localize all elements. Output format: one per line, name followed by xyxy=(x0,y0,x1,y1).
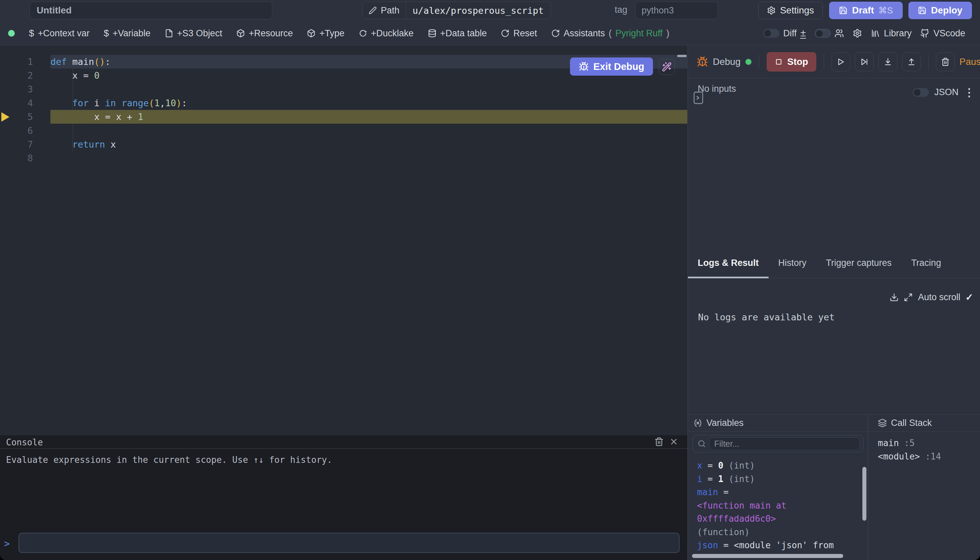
variables-horizontal-scrollbar[interactable] xyxy=(692,554,843,558)
variable-entry[interactable]: i = 1 (int) xyxy=(697,473,855,486)
kebab-menu-icon[interactable]: ⋮ xyxy=(964,87,975,97)
call-stack-title: Call Stack xyxy=(891,418,932,428)
deploy-button[interactable]: Deploy xyxy=(908,2,972,19)
console-hint: Evaluate expressions in the current scop… xyxy=(6,455,333,465)
library-label: Library xyxy=(884,28,912,39)
gear-icon xyxy=(767,6,776,15)
trash-icon[interactable] xyxy=(654,437,664,448)
add-type-button[interactable]: +Type xyxy=(307,28,344,39)
script-name-input[interactable] xyxy=(30,2,272,19)
code-editor[interactable]: 1def main():2 x = 034 for i in range(1,1… xyxy=(0,45,687,435)
expand-icon[interactable] xyxy=(904,293,913,302)
collab-toggle[interactable] xyxy=(815,29,831,38)
code-line[interactable]: 5 x = x + 1 xyxy=(0,110,687,124)
stop-square-icon xyxy=(775,58,783,66)
code-line[interactable]: 4 for i in range(1,10): xyxy=(0,96,687,110)
line-number[interactable]: 2 xyxy=(0,70,50,81)
code-text[interactable]: return x xyxy=(50,137,687,151)
file-icon xyxy=(165,29,173,38)
tag-input[interactable] xyxy=(635,2,718,19)
code-token: def xyxy=(50,57,67,67)
line-number[interactable]: 4 xyxy=(0,98,50,108)
save-icon xyxy=(839,6,848,15)
step-over-button[interactable] xyxy=(855,52,874,71)
continue-button[interactable] xyxy=(832,52,850,71)
editor-settings-gear-icon[interactable] xyxy=(853,28,862,38)
tab-history[interactable]: History xyxy=(769,248,816,278)
separator xyxy=(928,55,928,69)
add-resource-button[interactable]: +Resource xyxy=(236,28,293,39)
library-button[interactable]: Library xyxy=(871,28,912,39)
variables-vertical-scrollbar[interactable] xyxy=(862,467,867,521)
top-bar: Path u/alex/prosperous_script tag Settin… xyxy=(0,0,980,22)
reset-button[interactable]: Reset xyxy=(501,28,537,39)
tab-trigger-captures[interactable]: Trigger captures xyxy=(816,248,902,278)
line-number[interactable]: 1 xyxy=(0,57,50,67)
code-text[interactable] xyxy=(50,124,687,137)
stop-label: Stop xyxy=(787,57,808,67)
diff-icon[interactable]: ± xyxy=(800,28,805,39)
code-line[interactable]: 8 xyxy=(0,151,687,165)
add-s3-object-button[interactable]: +S3 Object xyxy=(165,28,222,39)
variables-filter-input[interactable] xyxy=(709,437,860,450)
diff-toggle-group: Diff ± xyxy=(763,28,805,39)
download-icon[interactable] xyxy=(890,293,898,302)
ai-wand-button[interactable] xyxy=(659,59,675,75)
add-variable-button[interactable]: $ +Variable xyxy=(103,28,150,39)
variable-entry[interactable]: x = 0 (int) xyxy=(697,459,855,473)
step-out-button[interactable] xyxy=(902,52,921,71)
check-icon[interactable]: ✓ xyxy=(965,292,973,303)
clear-button[interactable] xyxy=(936,52,955,71)
variable-entry[interactable]: main = <function main at 0xffffadadd6c0>… xyxy=(697,486,855,539)
github-icon xyxy=(920,28,930,38)
users-icon[interactable] xyxy=(834,28,844,38)
code-text[interactable] xyxy=(50,82,687,96)
variable-entry[interactable]: json = <module 'json' from xyxy=(697,539,855,552)
step-into-button[interactable] xyxy=(879,52,897,71)
tab-tracing[interactable]: Tracing xyxy=(901,248,951,278)
call-stack-frame[interactable]: <module> :14 xyxy=(878,450,980,463)
line-number[interactable]: 3 xyxy=(0,84,50,95)
tag-label: tag xyxy=(615,5,627,15)
json-toggle[interactable] xyxy=(913,88,929,97)
add-variable-label: +Variable xyxy=(113,28,151,39)
variable-value: 1 xyxy=(718,474,724,484)
path-value[interactable]: u/alex/prosperous_script xyxy=(406,5,551,16)
draft-button[interactable]: Draft ⌘S xyxy=(829,2,903,19)
variable-type: (function) xyxy=(697,527,750,537)
close-icon[interactable] xyxy=(669,437,679,448)
line-number[interactable]: 6 xyxy=(0,125,50,136)
no-inputs-text: No inputs xyxy=(698,84,736,94)
add-type-label: +Type xyxy=(319,28,344,39)
variable-plain: = xyxy=(718,540,734,550)
settings-button[interactable]: Settings xyxy=(758,2,823,19)
code-token: range xyxy=(121,98,148,108)
tab-logs-result[interactable]: Logs & Result xyxy=(688,248,769,278)
code-line[interactable]: 7 return x xyxy=(0,137,687,151)
line-number[interactable]: 7 xyxy=(0,139,50,150)
save-icon xyxy=(918,6,927,15)
add-context-var-button[interactable]: $ +Context var xyxy=(29,28,90,39)
variables-list: x = 0 (int)i = 1 (int)main = <function m… xyxy=(688,459,868,552)
assistants-button[interactable]: Assistants (Pyright Ruff) xyxy=(551,28,669,39)
vscode-button[interactable]: VScode xyxy=(920,28,965,39)
code-text[interactable]: for i in range(1,10): xyxy=(50,96,687,110)
line-number[interactable]: 8 xyxy=(0,153,50,163)
code-line[interactable]: 3 xyxy=(0,82,687,96)
code-token: return xyxy=(72,139,105,150)
auto-scroll-label[interactable]: Auto scroll xyxy=(918,292,960,303)
console-input[interactable] xyxy=(18,533,680,553)
diff-toggle[interactable] xyxy=(763,29,779,38)
call-stack-frame[interactable]: main :5 xyxy=(878,436,980,450)
code-text[interactable]: x = x + 1 xyxy=(50,110,687,124)
path-group[interactable]: Path u/alex/prosperous_script xyxy=(362,2,551,19)
trash-icon xyxy=(941,57,950,66)
add-data-table-button[interactable]: +Data table xyxy=(428,28,487,39)
stop-button[interactable]: Stop xyxy=(767,52,816,72)
code-text[interactable] xyxy=(50,151,687,165)
code-line[interactable]: 6 xyxy=(0,124,687,137)
add-ducklake-button[interactable]: +Ducklake xyxy=(359,28,414,39)
exit-debug-button[interactable]: Exit Debug xyxy=(570,57,653,76)
editor-scrollbar-thumb[interactable] xyxy=(677,55,687,57)
assistants-lsp-status: Pyright Ruff xyxy=(616,28,663,39)
